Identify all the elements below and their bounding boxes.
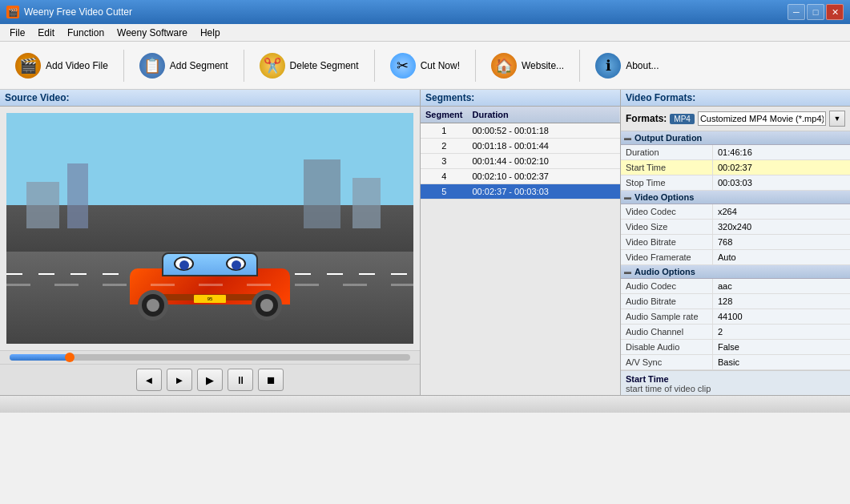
prop-row[interactable]: Stop Time 00:03:03 [621, 175, 850, 191]
prop-value: Auto [713, 250, 741, 264]
license-plate: 95 [194, 295, 226, 303]
prop-row[interactable]: Duration 01:46:16 [621, 145, 850, 160]
building-2 [67, 163, 87, 228]
format-dropdown[interactable] [698, 111, 826, 126]
main-content: Source Video: [0, 90, 850, 395]
delete-segment-label: Delete Segment [290, 60, 359, 71]
pupil-right [232, 260, 241, 270]
hub-right [260, 299, 273, 312]
menu-weeny-software[interactable]: Weeny Software [111, 26, 194, 40]
info-text: start time of video clip [626, 384, 845, 393]
prop-row[interactable]: A/V Sync Basic [621, 355, 850, 370]
prop-name: Audio Sample rate [621, 309, 713, 324]
prop-row[interactable]: Start Time 00:02:37 [621, 160, 850, 175]
table-row[interactable]: 2 00:01:18 - 00:01:44 [421, 139, 620, 154]
prop-value: False [713, 340, 744, 354]
building-4 [304, 159, 340, 228]
progress-bar[interactable] [10, 354, 410, 361]
menu-edit[interactable]: Edit [31, 26, 61, 40]
table-row[interactable]: 1 00:00:52 - 00:01:18 [421, 123, 620, 139]
segment-duration: 00:00:52 - 00:01:18 [467, 123, 620, 139]
prev-frame-button[interactable]: ◄ [136, 369, 162, 391]
video-scene: 95 [6, 113, 413, 344]
prop-row[interactable]: Video Framerate Auto [621, 250, 850, 265]
hub-left [147, 299, 159, 312]
building-1 [26, 182, 59, 228]
pause-button[interactable]: ⏸ [228, 369, 253, 391]
add-video-button[interactable]: 🎬 Add Video File [6, 46, 117, 85]
toolbar: 🎬 Add Video File 📋 Add Segment ✂️ Delete… [0, 42, 850, 90]
stop-button[interactable]: ⏹ [258, 369, 284, 391]
about-button[interactable]: ℹ About... [586, 46, 667, 85]
collapse-icon: ▬ [624, 193, 631, 201]
minimize-button[interactable]: ─ [788, 4, 805, 20]
add-segment-icon: 📋 [139, 53, 165, 79]
format-label: Formats: [626, 113, 667, 124]
video-preview: 95 [6, 113, 413, 344]
prop-name: Audio Bitrate [621, 294, 713, 308]
menu-function[interactable]: Function [61, 26, 111, 40]
info-title: Start Time [626, 374, 845, 384]
segment-duration: 00:02:37 - 00:03:03 [467, 184, 620, 200]
prop-row[interactable]: Video Bitrate 768 [621, 235, 850, 250]
collapse-icon: ▬ [624, 268, 631, 276]
source-video-title: Source Video: [0, 90, 420, 107]
prop-value: x264 [713, 204, 742, 219]
about-label: About... [626, 60, 659, 71]
section-video-options[interactable]: ▬Video Options [621, 191, 850, 204]
cut-now-icon: ✂ [390, 53, 416, 79]
next-frame-button[interactable]: ► [167, 369, 192, 391]
prop-value: 44100 [713, 309, 747, 324]
toolbar-separator-5 [579, 50, 580, 82]
section-audio-options[interactable]: ▬Audio Options [621, 265, 850, 279]
add-video-label: Add Video File [46, 60, 108, 71]
website-label: Website... [522, 60, 564, 71]
table-row[interactable]: 3 00:01:44 - 00:02:10 [421, 154, 620, 169]
cut-now-button[interactable]: ✂ Cut Now! [381, 46, 469, 85]
player-controls: ◄ ► ▶ ⏸ ⏹ [0, 364, 420, 395]
menu-file[interactable]: File [3, 26, 31, 40]
close-button[interactable]: ✕ [826, 4, 844, 20]
prop-row[interactable]: Video Size 320x240 [621, 220, 850, 235]
prop-row[interactable]: Audio Bitrate 128 [621, 294, 850, 309]
segment-duration: 00:01:18 - 00:01:44 [467, 139, 620, 154]
prop-row[interactable]: Audio Channel 2 [621, 325, 850, 340]
prop-row[interactable]: Disable Audio False [621, 340, 850, 355]
formats-title: Video Formats: [621, 90, 850, 107]
play-button[interactable]: ▶ [197, 369, 223, 391]
menu-help[interactable]: Help [194, 26, 227, 40]
table-row[interactable]: 5 00:02:37 - 00:03:03 [421, 184, 620, 200]
add-video-icon: 🎬 [15, 53, 41, 79]
menu-bar: File Edit Function Weeny Software Help [0, 24, 850, 42]
prop-name: Start Time [621, 160, 713, 175]
info-bar: Start Time start time of video clip [621, 370, 850, 395]
website-button[interactable]: 🏠 Website... [482, 46, 573, 85]
segment-duration: 00:02:10 - 00:02:37 [467, 169, 620, 184]
about-icon: ℹ [595, 53, 621, 79]
delete-segment-button[interactable]: ✂️ Delete Segment [251, 46, 368, 85]
toolbar-separator-1 [123, 50, 124, 82]
section-output-duration[interactable]: ▬Output Duration [621, 131, 850, 145]
pupil-left [179, 260, 189, 270]
prop-value: aac [713, 279, 737, 293]
format-dropdown-arrow[interactable]: ▼ [829, 111, 845, 127]
section-title: Output Duration [634, 133, 702, 143]
cut-now-label: Cut Now! [421, 60, 460, 71]
table-row[interactable]: 4 00:02:10 - 00:02:37 [421, 169, 620, 184]
properties-area: ▬Output Duration Duration 01:46:16 Start… [621, 131, 850, 370]
prop-name: Audio Channel [621, 325, 713, 339]
delete-segment-icon: ✂️ [260, 53, 285, 79]
segment-id: 1 [421, 123, 467, 139]
prop-row[interactable]: Audio Sample rate 44100 [621, 309, 850, 325]
status-bar [0, 395, 850, 413]
maximize-button[interactable]: □ [807, 4, 824, 20]
segment-id: 2 [421, 139, 467, 154]
prop-value: 2 [713, 325, 727, 339]
eye-right [226, 256, 246, 271]
prop-row[interactable]: Video Codec x264 [621, 204, 850, 220]
title-bar: 🎬 Weeny Free Video Cutter ─ □ ✕ [0, 0, 850, 24]
prop-name: Video Bitrate [621, 235, 713, 249]
add-segment-button[interactable]: 📋 Add Segment [131, 46, 237, 85]
prop-row[interactable]: Audio Codec aac [621, 279, 850, 294]
prop-name: Video Size [621, 220, 713, 234]
